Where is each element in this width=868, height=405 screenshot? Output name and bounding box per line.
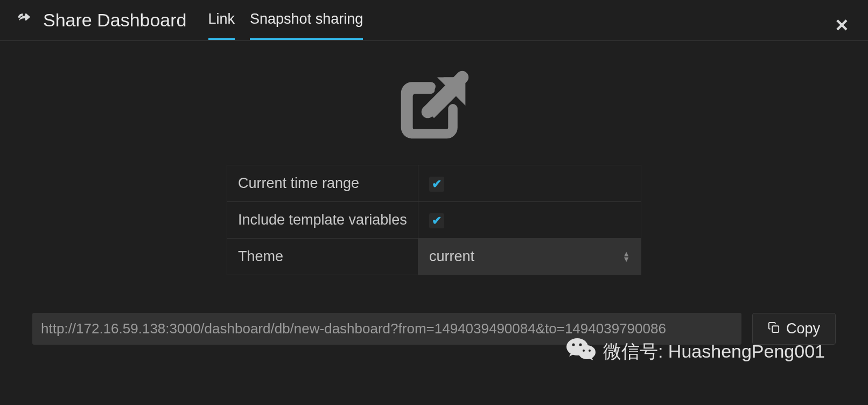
svg-point-3 xyxy=(578,345,596,359)
share-dashboard-modal: Share Dashboard Link Snapshot sharing ✕ … xyxy=(0,0,868,405)
svg-point-4 xyxy=(572,344,575,346)
tab-snapshot-sharing[interactable]: Snapshot sharing xyxy=(250,11,363,40)
external-link-hero-icon xyxy=(32,68,836,143)
option-label-theme: Theme xyxy=(227,239,418,275)
close-button[interactable]: ✕ xyxy=(835,15,849,36)
share-options-table: Current time range ✔ Include template va… xyxy=(227,165,641,275)
tab-bar: Link Snapshot sharing xyxy=(208,11,363,30)
option-row-template-vars: Include template variables ✔ xyxy=(227,202,641,239)
wechat-icon xyxy=(565,336,598,367)
modal-title: Share Dashboard xyxy=(43,10,187,31)
checkbox-time-range[interactable]: ✔ xyxy=(429,177,444,192)
option-value-time-range: ✔ xyxy=(418,165,641,202)
checkmark-icon: ✔ xyxy=(432,177,442,191)
select-arrows-icon: ▲▼ xyxy=(622,252,630,262)
option-label-template-vars: Include template variables xyxy=(227,202,418,239)
header-title-wrap: Share Dashboard xyxy=(16,10,187,31)
checkbox-template-vars[interactable]: ✔ xyxy=(429,213,444,228)
svg-point-5 xyxy=(579,344,582,346)
tab-link[interactable]: Link xyxy=(208,11,235,40)
modal-body: Current time range ✔ Include template va… xyxy=(0,41,868,361)
option-value-template-vars: ✔ xyxy=(418,202,641,239)
theme-select[interactable]: current ▲▼ xyxy=(418,239,641,275)
watermark: 微信号: HuashengPeng001 xyxy=(565,336,825,367)
checkmark-icon: ✔ xyxy=(432,214,442,228)
option-value-theme: current ▲▼ xyxy=(418,239,641,275)
svg-rect-1 xyxy=(772,326,779,332)
svg-point-7 xyxy=(589,350,591,352)
share-arrow-icon xyxy=(16,10,32,30)
theme-select-value: current xyxy=(429,248,474,265)
option-row-theme: Theme current ▲▼ xyxy=(227,239,641,275)
copy-icon xyxy=(768,322,780,337)
watermark-text: 微信号: HuashengPeng001 xyxy=(603,339,825,364)
close-icon: ✕ xyxy=(835,16,849,35)
option-label-time-range: Current time range xyxy=(227,165,418,202)
svg-point-6 xyxy=(583,350,585,352)
copy-button-label: Copy xyxy=(786,320,820,337)
option-row-time-range: Current time range ✔ xyxy=(227,165,641,202)
modal-header: Share Dashboard Link Snapshot sharing ✕ xyxy=(0,0,868,41)
